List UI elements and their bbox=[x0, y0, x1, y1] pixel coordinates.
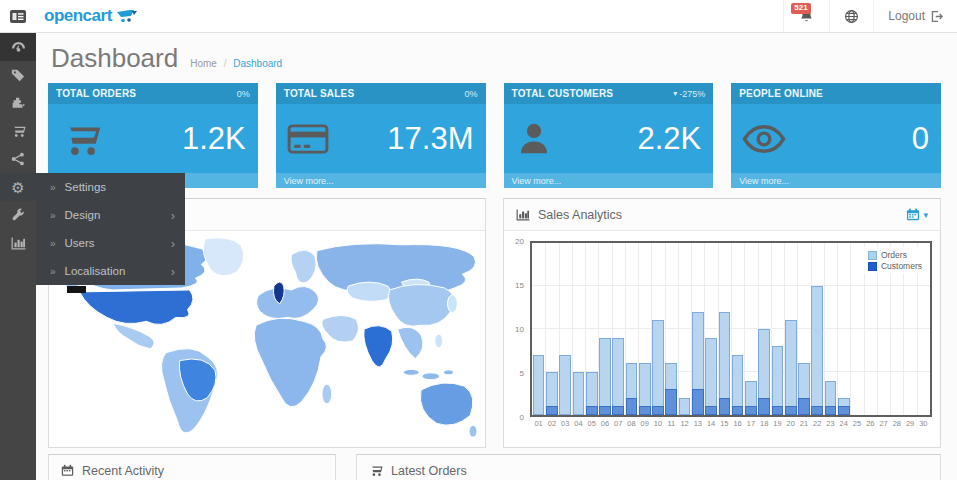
view-more-link[interactable]: View more... bbox=[276, 173, 486, 188]
bar-customers bbox=[612, 406, 624, 415]
bar-customers bbox=[825, 406, 837, 415]
stores-button[interactable] bbox=[829, 0, 873, 32]
eye-icon bbox=[742, 123, 786, 155]
flyout-item-settings[interactable]: » Settings bbox=[36, 173, 185, 201]
view-more-label: View more... bbox=[739, 176, 789, 186]
tile-title: TOTAL CUSTOMERS bbox=[512, 88, 674, 99]
x-tick-label: 02 bbox=[548, 419, 556, 428]
gridline bbox=[532, 285, 930, 286]
sales-analytics-panel: Sales Analytics ▾ Orders bbox=[503, 198, 941, 448]
double-chevron-icon: » bbox=[50, 266, 56, 277]
bar-customers bbox=[732, 406, 744, 415]
logout-icon bbox=[930, 10, 943, 23]
y-tick-label: 20 bbox=[504, 237, 524, 246]
x-tick-label: 06 bbox=[601, 419, 609, 428]
view-more-link[interactable]: View more... bbox=[504, 173, 714, 188]
page-heading: Dashboard Home / Dashboard bbox=[48, 43, 941, 74]
sales-panel-header: Sales Analytics ▾ bbox=[504, 199, 940, 231]
share-icon bbox=[11, 152, 25, 166]
tile-body: 0 bbox=[731, 104, 941, 173]
x-tick-label: 20 bbox=[787, 419, 795, 428]
legend-swatch-customers bbox=[868, 262, 877, 271]
chevron-right-icon: › bbox=[171, 236, 175, 251]
tile-body: 17.3M bbox=[276, 104, 486, 173]
x-tick-label: 28 bbox=[893, 419, 901, 428]
tile-total-customers: TOTAL CUSTOMERS ▾ -275% 2.2K View more..… bbox=[504, 83, 714, 188]
flyout-item-design[interactable]: » Design › bbox=[36, 201, 185, 229]
x-tick-label: 24 bbox=[840, 419, 848, 428]
gridline bbox=[532, 328, 930, 329]
logout-button[interactable]: Logout bbox=[873, 0, 957, 32]
bar-orders bbox=[573, 372, 585, 415]
extensions-icon bbox=[11, 96, 25, 110]
tile-header: TOTAL CUSTOMERS ▾ -275% bbox=[504, 83, 714, 104]
x-tick-label: 03 bbox=[561, 419, 569, 428]
x-tick-label: 17 bbox=[747, 419, 755, 428]
view-more-link[interactable]: View more... bbox=[731, 173, 941, 188]
chart-area: Orders Customers 01020304050607080910111… bbox=[504, 231, 940, 447]
legend-label: Customers bbox=[881, 261, 922, 271]
breadcrumb-home-link[interactable]: Home bbox=[190, 58, 217, 69]
sidebar-item-reports[interactable] bbox=[0, 229, 36, 257]
bar-customers bbox=[652, 406, 664, 415]
opencart-logo[interactable]: opencart bbox=[36, 0, 138, 32]
credit-card-icon bbox=[287, 122, 329, 156]
bar-customers bbox=[626, 398, 638, 415]
x-tick-label: 23 bbox=[826, 419, 834, 428]
tag-icon bbox=[11, 68, 25, 82]
double-chevron-icon: » bbox=[50, 210, 56, 221]
sidebar-item-dashboard[interactable] bbox=[0, 33, 36, 61]
x-tick-label: 27 bbox=[879, 419, 887, 428]
gridline bbox=[850, 243, 851, 415]
menu-toggle-icon bbox=[10, 10, 26, 23]
bar-orders bbox=[652, 320, 664, 415]
tile-total-sales: TOTAL SALES 0% 17.3M View more... bbox=[276, 83, 486, 188]
latest-orders-header: Latest Orders bbox=[357, 455, 940, 480]
logo-text: opencart bbox=[44, 6, 112, 26]
tile-title: TOTAL SALES bbox=[284, 88, 465, 99]
x-tick-label: 05 bbox=[588, 419, 596, 428]
sidebar-item-sales[interactable] bbox=[0, 117, 36, 145]
legend-item-orders: Orders bbox=[868, 250, 922, 260]
x-tick-label: 09 bbox=[641, 419, 649, 428]
x-tick-label: 07 bbox=[614, 419, 622, 428]
tile-title: TOTAL ORDERS bbox=[56, 88, 237, 99]
x-tick-label: 01 bbox=[534, 419, 542, 428]
bar-orders bbox=[533, 355, 545, 415]
globe-icon bbox=[844, 9, 859, 24]
bar-orders bbox=[612, 338, 624, 415]
breadcrumb-current-link[interactable]: Dashboard bbox=[233, 58, 282, 69]
flyout-item-users[interactable]: » Users › bbox=[36, 229, 185, 257]
bar-customers bbox=[639, 406, 651, 415]
gridline bbox=[678, 243, 679, 415]
flyout-item-localisation[interactable]: » Localisation › bbox=[36, 257, 185, 285]
x-tick-label: 15 bbox=[720, 419, 728, 428]
sidebar-item-marketing[interactable] bbox=[0, 145, 36, 173]
x-tick-label: 19 bbox=[773, 419, 781, 428]
sidebar-item-catalog[interactable] bbox=[0, 61, 36, 89]
latest-orders-title: Latest Orders bbox=[391, 464, 467, 478]
date-range-button[interactable]: ▾ bbox=[906, 208, 928, 221]
tile-header: TOTAL SALES 0% bbox=[276, 83, 486, 104]
bar-customers bbox=[745, 406, 757, 415]
chart-plot: Orders Customers 01020304050607080910111… bbox=[530, 241, 932, 417]
x-tick-label: 13 bbox=[694, 419, 702, 428]
bar-customers bbox=[705, 406, 717, 415]
wrench-icon bbox=[11, 208, 25, 222]
x-tick-label: 08 bbox=[627, 419, 635, 428]
sidebar-item-extensions[interactable] bbox=[0, 89, 36, 117]
calendar-icon bbox=[906, 208, 920, 221]
menu-toggle-button[interactable] bbox=[0, 0, 36, 32]
sidebar-item-tools[interactable] bbox=[0, 201, 36, 229]
bar-customers bbox=[665, 389, 677, 415]
recent-activity-panel: Recent Activity bbox=[48, 454, 336, 480]
bar-customers bbox=[811, 406, 823, 415]
x-tick-label: 29 bbox=[906, 419, 914, 428]
bar-chart-icon bbox=[516, 209, 530, 221]
x-tick-label: 21 bbox=[800, 419, 808, 428]
sidebar-item-system[interactable]: ⚙ bbox=[0, 173, 36, 201]
bar-customers bbox=[546, 406, 558, 415]
notifications-button[interactable]: 521 bbox=[783, 0, 829, 32]
x-tick-label: 14 bbox=[707, 419, 715, 428]
x-tick-label: 26 bbox=[866, 419, 874, 428]
